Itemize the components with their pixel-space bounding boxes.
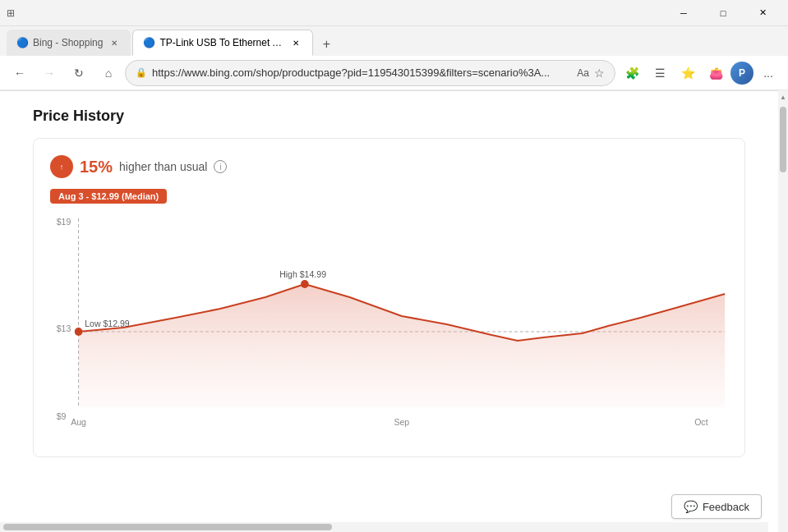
home-button[interactable]: ⌂	[95, 60, 122, 86]
tab1-favicon: 🔵	[16, 37, 28, 48]
forward-button[interactable]: →	[36, 60, 62, 86]
median-label: Aug 3 - $12.99 (Median)	[50, 189, 167, 204]
x-label-aug: Aug	[71, 417, 86, 427]
bing-rewards-button[interactable]: ⭐	[675, 60, 701, 86]
tab2-close[interactable]: ✕	[289, 36, 302, 49]
x-label-sep: Sep	[394, 417, 409, 427]
close-button[interactable]: ✕	[744, 0, 781, 26]
chart-container: ↑ 15% higher than usual i Aug 3 - $12.99…	[33, 138, 745, 457]
trend-icon: ↑	[50, 155, 73, 178]
lock-icon: 🔒	[136, 67, 147, 78]
address-text: https://www.bing.com/shop/productpage?pi…	[152, 66, 569, 79]
h-scroll-thumb[interactable]	[3, 524, 332, 530]
low-point-dot	[75, 328, 83, 336]
y-label-19: $19	[57, 217, 71, 227]
minimize-button[interactable]: ─	[665, 0, 703, 26]
info-icon[interactable]: i	[214, 160, 227, 173]
favorites-icon[interactable]: ☆	[594, 66, 605, 80]
tab-bing-shopping[interactable]: 🔵 Bing - Shopping ✕	[7, 30, 131, 56]
horizontal-scrollbar[interactable]	[0, 522, 768, 532]
price-badge: ↑ 15% higher than usual i	[50, 155, 728, 178]
y-label-13: $13	[57, 323, 71, 333]
maximize-button[interactable]: □	[704, 0, 742, 26]
tab1-close[interactable]: ✕	[108, 36, 121, 49]
more-button[interactable]: ...	[755, 60, 781, 86]
high-point-dot	[301, 280, 309, 288]
title-bar: ⊞ ─ □ ✕	[0, 0, 788, 26]
scroll-up-arrow[interactable]: ▲	[778, 90, 788, 103]
low-price-label: Low $12.99	[85, 319, 130, 328]
address-bar[interactable]: 🔒 https://www.bing.com/shop/productpage?…	[125, 60, 615, 86]
y-label-9: $9	[57, 411, 67, 421]
percent-label: 15%	[80, 158, 113, 177]
feedback-label: Feedback	[703, 501, 749, 513]
tab-tp-link[interactable]: 🔵 TP-Link USB To Ethernet Adapte… ✕	[132, 30, 313, 56]
tab2-label: TP-Link USB To Ethernet Adapte…	[159, 37, 284, 48]
price-history-title: Price History	[33, 108, 745, 125]
window-controls: ─ □ ✕	[665, 0, 781, 26]
scroll-corner	[778, 522, 788, 532]
feedback-button[interactable]: 💬 Feedback	[671, 494, 762, 519]
tab-bar: 🔵 Bing - Shopping ✕ 🔵 TP-Link USB To Eth…	[0, 26, 788, 56]
refresh-button[interactable]: ↻	[66, 60, 92, 86]
back-button[interactable]: ←	[7, 60, 33, 86]
high-price-label: High $14.99	[279, 269, 326, 279]
chart-area: $19 $13 $9	[50, 210, 728, 440]
nav-right-buttons: 🧩 ☰ ⭐ 👛 P ...	[619, 60, 781, 86]
scroll-thumb[interactable]	[780, 107, 786, 172]
x-label-oct: Oct	[694, 417, 707, 427]
app-icon: ⊞	[7, 7, 15, 19]
extensions-button[interactable]: 🧩	[619, 60, 645, 86]
collections-button[interactable]: ☰	[647, 60, 673, 86]
tab2-favicon: 🔵	[143, 37, 154, 48]
price-history-section: Price History ↑ 15% higher than usual i …	[0, 91, 778, 466]
percent-desc: higher than usual	[119, 160, 207, 173]
chart-fill-area	[79, 284, 726, 407]
content-area: Price History ↑ 15% higher than usual i …	[0, 90, 778, 532]
tab1-label: Bing - Shopping	[33, 37, 103, 48]
new-tab-button[interactable]: +	[315, 33, 338, 56]
feedback-icon: 💬	[684, 500, 698, 513]
profile-avatar[interactable]: P	[730, 62, 753, 85]
price-chart-svg: $19 $13 $9	[50, 210, 728, 432]
nav-bar: ← → ↻ ⌂ 🔒 https://www.bing.com/shop/prod…	[0, 56, 788, 90]
vertical-scrollbar[interactable]: ▲ ▼	[778, 90, 788, 532]
chart-plot-area: Low $12.99 High $14.99 Aug Sep Oct	[71, 218, 725, 427]
read-mode-icon[interactable]: Aa	[577, 67, 589, 79]
wallet-button[interactable]: 👛	[703, 60, 729, 86]
